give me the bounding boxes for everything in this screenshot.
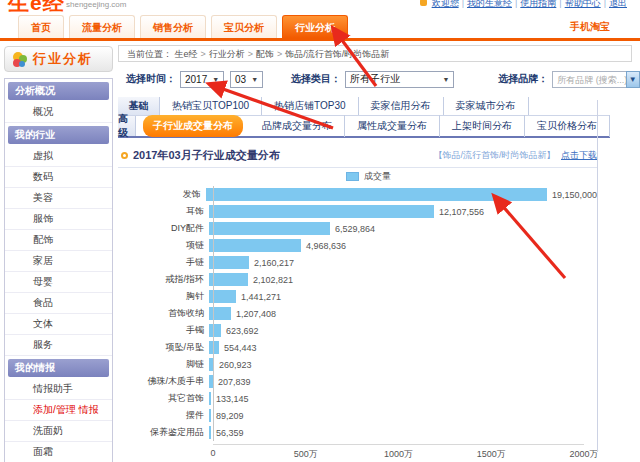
- sidebar-item[interactable]: 服务: [5, 335, 112, 356]
- main-content: 当前位置： 生e经>行业分析>配饰>饰品/流行首饰/时尚饰品新 选择时间： 20…: [118, 45, 640, 462]
- link-separator: |: [515, 0, 517, 8]
- x-axis-line: [213, 444, 584, 445]
- month-select[interactable]: 03▼: [230, 71, 263, 88]
- bar-value-label: 6,529,864: [335, 224, 375, 234]
- category-filter-label: 选择类目：: [291, 72, 341, 86]
- bar: [209, 392, 211, 405]
- breadcrumb-part[interactable]: 行业分析: [209, 49, 245, 59]
- tab-row: 基础热销宝贝TOP100热销店铺TOP30卖家信用分布卖家城市分布: [118, 97, 610, 116]
- sidebar-panel: 分析概况概况我的行业虚拟数码美容服饰配饰家居母婴食品文体服务我的情报情报助手添加…: [4, 78, 113, 462]
- tab-品牌成交量分布[interactable]: 品牌成交量分布: [250, 115, 345, 137]
- tab-卖家城市分布[interactable]: 卖家城市分布: [444, 97, 529, 115]
- x-tick-label: 2000万: [569, 448, 598, 461]
- bar-category-label: 项坠/吊坠: [118, 341, 209, 354]
- link-separator: |: [559, 0, 561, 8]
- nav-tab-行业分析[interactable]: 行业分析: [282, 15, 348, 38]
- sidebar-item[interactable]: 文体: [5, 314, 112, 335]
- nav-tabs: 首页流量分析销售分析宝贝分析行业分析手机淘宝: [0, 13, 640, 38]
- legend-swatch: [346, 172, 359, 181]
- topbar-link[interactable]: 帮助中心: [565, 0, 601, 8]
- brand-dropdown-button[interactable]: ▼: [626, 71, 640, 88]
- sidebar-item[interactable]: 数码: [5, 167, 112, 188]
- nav-tab-销售分析[interactable]: 销售分析: [140, 15, 206, 38]
- bar-value-label: 207,839: [218, 377, 251, 387]
- bar-category-label: 保养鉴定用品: [118, 426, 209, 439]
- year-select[interactable]: 2017▼: [180, 71, 224, 88]
- category-select[interactable]: 所有子行业▼: [345, 71, 454, 88]
- sidebar-item[interactable]: 洗面奶: [5, 421, 112, 442]
- bar-category-label: 佛珠/木质手串: [118, 375, 209, 388]
- bar-category-label: 手镯: [118, 324, 209, 337]
- chart-scope: 【饰品/流行首饰/时尚饰品新】: [433, 150, 555, 160]
- bar: [209, 324, 221, 337]
- brand-filter-label: 选择品牌：: [498, 72, 548, 86]
- tab-上架时间分布[interactable]: 上架时间分布: [440, 115, 525, 137]
- tab-子行业成交量分布[interactable]: 子行业成交量分布: [143, 115, 243, 137]
- topbar-link[interactable]: 退出: [609, 0, 627, 8]
- sidebar-item[interactable]: 服饰: [5, 209, 112, 230]
- chart-row: 手链2,160,217: [118, 254, 597, 271]
- chart-header-right: 【饰品/流行首饰/时尚饰品新】 点击下载: [433, 149, 597, 162]
- bar-category-label: 脚链: [118, 358, 209, 371]
- bar-value-label: 623,692: [226, 326, 259, 336]
- logo-domain: shengeejing.com: [66, 0, 126, 9]
- topbar-link[interactable]: 欢迎您: [432, 0, 459, 8]
- bar-value-label: 133,145: [216, 394, 249, 404]
- tab-属性成交量分布[interactable]: 属性成交量分布: [345, 115, 440, 137]
- bar-category-label: 项链: [118, 239, 209, 252]
- topbar-link[interactable]: 我的生意经: [467, 0, 512, 8]
- sidebar-item[interactable]: 食品: [5, 293, 112, 314]
- bar: [209, 273, 248, 286]
- chart-row: 首饰收纳1,207,408: [118, 305, 597, 322]
- nav-tab-流量分析[interactable]: 流量分析: [69, 15, 135, 38]
- x-tick-label: 0: [210, 448, 215, 458]
- sidebar-item[interactable]: 家居: [5, 251, 112, 272]
- bar: [209, 239, 301, 252]
- nav-mobile-taobao[interactable]: 手机淘宝: [570, 15, 610, 38]
- bar-category-label: 发饰: [118, 188, 206, 201]
- sidebar-item[interactable]: 情报助手: [5, 379, 112, 400]
- sidebar-item[interactable]: 虚拟: [5, 146, 112, 167]
- topbar-link[interactable]: 使用指南: [520, 0, 556, 8]
- chart-header: 2017年03月子行业成交量分布 【饰品/流行首饰/时尚饰品新】 点击下载: [118, 148, 597, 163]
- sidebar-title: 行业分析: [4, 46, 113, 72]
- bar-value-label: 56,359: [216, 428, 244, 438]
- breadcrumb-part[interactable]: 配饰: [256, 49, 274, 59]
- breadcrumb-part[interactable]: 饰品/流行首饰/时尚饰品新: [285, 49, 389, 59]
- sidebar-section-header: 我的行业: [8, 126, 109, 144]
- bar-category-label: DIY配件: [118, 222, 209, 235]
- sidebar-item[interactable]: 美容: [5, 188, 112, 209]
- chart-row: 戒指/指环2,102,821: [118, 271, 597, 288]
- nav-tab-首页[interactable]: 首页: [18, 15, 64, 38]
- bar: [206, 188, 547, 201]
- bar-category-label: 手链: [118, 256, 209, 269]
- logo[interactable]: 生e经: [8, 0, 65, 13]
- tab-卖家信用分布[interactable]: 卖家信用分布: [359, 97, 444, 115]
- bar-category-label: 摆件: [118, 409, 209, 422]
- sidebar-item[interactable]: 面霜: [5, 442, 112, 462]
- chart-row: 摆件89,209: [118, 407, 597, 424]
- sidebar-item[interactable]: 配饰: [5, 230, 112, 251]
- chart-row: DIY配件6,529,864: [118, 220, 597, 237]
- tab-热销宝贝TOP100[interactable]: 热销宝贝TOP100: [160, 97, 262, 115]
- industry-analysis-icon: [11, 51, 28, 68]
- brand-search-input[interactable]: 所有品牌 (搜索...): [552, 71, 625, 88]
- download-link[interactable]: 点击下载: [561, 150, 597, 160]
- tab-热销店铺TOP30[interactable]: 热销店铺TOP30: [262, 97, 359, 115]
- report-tabs: 基础热销宝贝TOP100热销店铺TOP30卖家信用分布卖家城市分布高级子行业成交…: [118, 97, 610, 138]
- bar: [209, 205, 434, 218]
- member-icon: [420, 0, 427, 6]
- bar-value-label: 2,160,217: [254, 258, 294, 268]
- chart-row: 发饰19,150,000: [118, 186, 597, 203]
- nav-tab-宝贝分析[interactable]: 宝贝分析: [211, 15, 277, 38]
- sidebar-item[interactable]: 概况: [5, 102, 112, 123]
- bar-category-label: 首饰收纳: [118, 307, 209, 320]
- category-value: 所有子行业: [350, 72, 400, 86]
- sidebar-item[interactable]: 添加/管理 情报: [5, 400, 112, 421]
- bar-category-label: 耳饰: [118, 205, 209, 218]
- legend-label: 成交量: [364, 170, 391, 183]
- sidebar-item[interactable]: 母婴: [5, 272, 112, 293]
- breadcrumb-part[interactable]: 生e经: [175, 49, 198, 59]
- bar: [209, 426, 211, 439]
- panel-border: [597, 100, 598, 452]
